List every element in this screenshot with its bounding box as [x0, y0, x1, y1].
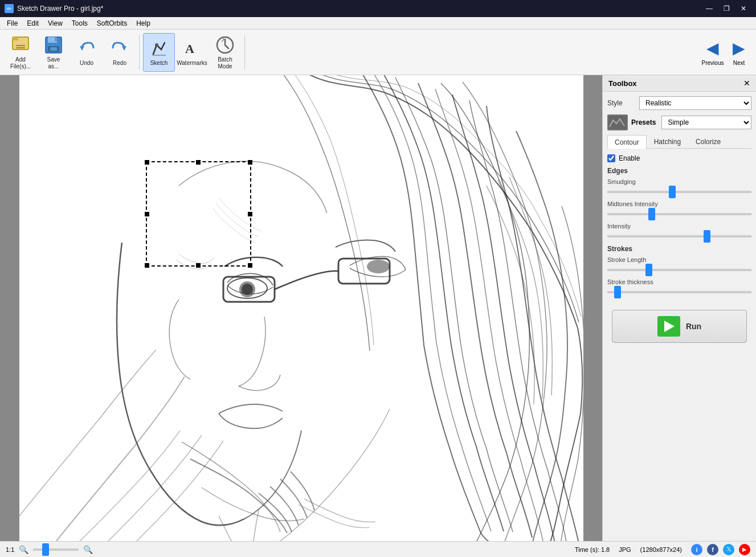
svg-marker-23 [664, 321, 675, 332]
maximize-button[interactable]: ❐ [718, 3, 734, 14]
svg-rect-8 [50, 47, 57, 51]
sketch-button[interactable]: Sketch [143, 33, 175, 72]
toolbox-close-button[interactable]: ✕ [743, 79, 750, 88]
run-label: Run [686, 322, 701, 331]
intensity-label: Intensity [607, 223, 751, 230]
enable-label[interactable]: Enable [619, 154, 640, 162]
tab-contour[interactable]: Contour [607, 135, 647, 149]
zoom-icon-out: 🔍 [19, 545, 28, 554]
sketch-artwork [19, 75, 583, 541]
menu-edit[interactable]: Edit [22, 18, 43, 28]
intensity-group: Intensity [607, 223, 751, 239]
style-select[interactable]: Realistic Simple Artistic Detailed [639, 96, 751, 110]
presets-icon [607, 114, 628, 130]
facebook-icon[interactable]: f [707, 544, 718, 555]
style-row: Style Realistic Simple Artistic Detailed [607, 96, 751, 110]
svg-marker-9 [80, 46, 84, 51]
sketch-icon [149, 38, 169, 59]
stroke-length-slider[interactable] [607, 269, 751, 271]
format-status: JPG [619, 546, 631, 553]
title-bar: ✏ Sketch Drawer Pro - girl.jpg* — ❐ ✕ [0, 0, 756, 17]
svg-point-11 [155, 43, 158, 47]
menu-file[interactable]: File [2, 18, 22, 28]
canvas-area[interactable] [0, 75, 602, 541]
toolbox-header: Toolbox ✕ [603, 75, 756, 92]
menu-help[interactable]: Help [132, 18, 155, 28]
stroke-thickness-group: Stroke thickness [607, 278, 751, 295]
nav-buttons-container: ◀ Previous ▶ Next [700, 35, 751, 69]
minimize-button[interactable]: — [701, 3, 717, 14]
batch-mode-label: BatchMode [218, 56, 232, 70]
enable-checkbox[interactable] [607, 154, 615, 162]
presets-row: Presets Simple Detailed Artistic Cartoon [607, 114, 751, 130]
strokes-label: Strokes [607, 245, 751, 253]
menu-view[interactable]: View [43, 18, 67, 28]
intensity-slider[interactable] [607, 235, 751, 237]
save-as-label: Saveas... [47, 56, 60, 70]
next-label: Next [733, 60, 745, 66]
toolbox-panel: Toolbox ✕ Style Realistic Simple Artisti… [602, 75, 756, 541]
sketch-canvas[interactable] [19, 75, 583, 541]
enable-row: Enable [607, 154, 751, 162]
undo-button[interactable]: Undo [71, 33, 103, 72]
smudging-label: Smudging [607, 178, 751, 185]
run-button[interactable]: Run [612, 310, 747, 343]
svg-rect-3 [16, 47, 25, 48]
toolbox-title: Toolbox [608, 79, 637, 88]
window-title: Sketch Drawer Pro - girl.jpg* [17, 5, 103, 13]
next-button[interactable]: ▶ Next [726, 35, 751, 69]
save-as-button[interactable]: Saveas... [38, 33, 70, 72]
toolbar-separator-2 [244, 35, 245, 69]
svg-rect-6 [55, 37, 57, 42]
batch-mode-icon [215, 35, 235, 55]
watermarks-icon: A [182, 38, 202, 59]
watermarks-button[interactable]: A Watermarks [176, 33, 208, 72]
add-files-icon [10, 35, 31, 55]
previous-icon: ◀ [706, 39, 719, 58]
social-icons: i f 𝕏 ▶ [691, 544, 750, 555]
menu-softorbits[interactable]: SoftOrbits [92, 18, 132, 28]
zoom-icon-in: 🔍 [83, 545, 93, 554]
tab-hatching[interactable]: Hatching [647, 135, 688, 148]
midtones-label: Midtones Intensity [607, 200, 751, 207]
menu-bar: File Edit View Tools SoftOrbits Help [0, 17, 756, 30]
presets-select[interactable]: Simple Detailed Artistic Cartoon [661, 116, 751, 129]
dimensions-status: (1280x877x24) [640, 546, 682, 553]
previous-button[interactable]: ◀ Previous [700, 35, 725, 69]
run-icon [657, 316, 680, 337]
redo-icon [109, 38, 130, 59]
add-files-label: AddFile(s)... [10, 56, 31, 70]
toolbox-content: Style Realistic Simple Artistic Detailed… [603, 92, 756, 352]
next-icon: ▶ [733, 39, 745, 58]
window-controls[interactable]: — ❐ ✕ [701, 3, 751, 14]
toolbar: AddFile(s)... Saveas... Undo [0, 30, 756, 75]
add-files-button[interactable]: AddFile(s)... [5, 33, 36, 72]
tab-colorize[interactable]: Colorize [688, 135, 728, 148]
save-icon [43, 35, 64, 55]
main-layout: Toolbox ✕ Style Realistic Simple Artisti… [0, 75, 756, 541]
tabs: Contour Hatching Colorize [607, 135, 751, 149]
sketch-label: Sketch [150, 60, 168, 67]
smudging-slider[interactable] [607, 191, 751, 193]
previous-label: Previous [702, 60, 724, 66]
redo-button[interactable]: Redo [104, 33, 136, 72]
info-icon[interactable]: i [691, 544, 702, 555]
stroke-thickness-label: Stroke thickness [607, 278, 751, 285]
toolbar-separator-1 [139, 35, 140, 69]
svg-rect-2 [16, 45, 25, 46]
presets-label: Presets [631, 118, 656, 126]
menu-tools[interactable]: Tools [67, 18, 92, 28]
youtube-icon[interactable]: ▶ [739, 544, 750, 555]
zoom-slider[interactable] [33, 548, 79, 551]
close-button[interactable]: ✕ [735, 3, 751, 14]
stroke-thickness-slider[interactable] [607, 291, 751, 293]
midtones-slider[interactable] [607, 213, 751, 215]
batch-mode-button[interactable]: BatchMode [209, 33, 241, 72]
status-bar: 1:1 🔍 🔍 Time (s): 1.8 JPG (1280x877x24) … [0, 541, 756, 557]
undo-icon [76, 38, 97, 59]
watermarks-label: Watermarks [177, 60, 207, 67]
midtones-group: Midtones Intensity [607, 200, 751, 217]
svg-point-19 [367, 260, 390, 273]
twitter-icon[interactable]: 𝕏 [723, 544, 734, 555]
edges-label: Edges [607, 167, 751, 175]
